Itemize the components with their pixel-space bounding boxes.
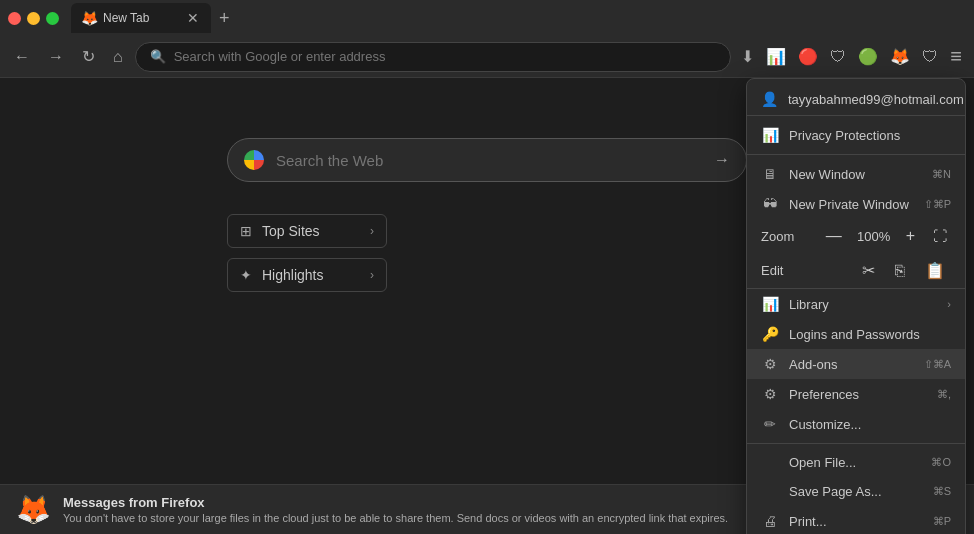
- private-window-icon: 🕶: [761, 196, 779, 212]
- active-tab[interactable]: 🦊 New Tab ✕: [71, 3, 211, 33]
- highlights-icon: ✦: [240, 267, 252, 283]
- edit-label: Edit: [761, 263, 848, 278]
- forward-button[interactable]: →: [42, 44, 70, 70]
- library-arrow-icon: ›: [947, 298, 951, 310]
- sync-icon[interactable]: 🟢: [854, 43, 882, 70]
- notification-description: You don't have to store your large files…: [63, 512, 852, 524]
- addons-label: Add-ons: [789, 357, 914, 372]
- library-menu-icon: 📊: [761, 296, 779, 312]
- addons-shortcut: ⇧⌘A: [924, 358, 951, 371]
- close-window-button[interactable]: [8, 12, 21, 25]
- shield-icon[interactable]: 🛡: [826, 44, 850, 70]
- save-page-label: Save Page As...: [789, 484, 923, 499]
- library-label: Library: [789, 297, 937, 312]
- highlights-label: Highlights: [262, 267, 323, 283]
- menu-new-private-window[interactable]: 🕶 New Private Window ⇧⌘P: [747, 189, 965, 219]
- top-sites-label: Top Sites: [262, 223, 320, 239]
- zoom-label: Zoom: [761, 229, 812, 244]
- tab-title: New Tab: [103, 11, 179, 25]
- notification-title: Messages from Firefox: [63, 495, 852, 510]
- user-account-icon: 👤: [761, 91, 778, 107]
- nav-bar: ← → ↻ ⌂ 🔍 ⬇ 📊 🔴 🛡 🟢 🦊 🛡 ≡: [0, 36, 974, 78]
- menu-zoom-row: Zoom — 100% + ⛶: [747, 219, 965, 253]
- google-search-arrow-icon[interactable]: →: [714, 151, 730, 169]
- pocket-icon[interactable]: 🔴: [794, 43, 822, 70]
- menu-save-page[interactable]: Save Page As... ⌘S: [747, 477, 965, 506]
- back-button[interactable]: ←: [8, 44, 36, 70]
- zoom-value: 100%: [856, 229, 892, 244]
- menu-edit-row: Edit ✂ ⎘ 📋: [747, 253, 965, 289]
- preferences-label: Preferences: [789, 387, 927, 402]
- copy-button[interactable]: ⎘: [889, 260, 911, 282]
- addons-icon: ⚙: [761, 356, 779, 372]
- download-icon[interactable]: ⬇: [737, 43, 758, 70]
- print-icon: 🖨: [761, 513, 779, 529]
- menu-customize[interactable]: ✏ Customize...: [747, 409, 965, 439]
- paste-button[interactable]: 📋: [919, 259, 951, 282]
- new-private-window-shortcut: ⇧⌘P: [924, 198, 951, 211]
- minimize-window-button[interactable]: [27, 12, 40, 25]
- privacy-protections-label: Privacy Protections: [789, 128, 951, 143]
- new-window-shortcut: ⌘N: [932, 168, 951, 181]
- menu-addons[interactable]: ⚙ Add-ons ⇧⌘A: [747, 349, 965, 379]
- notification-firefox-icon: 🦊: [16, 493, 51, 526]
- top-sites-icon: ⊞: [240, 223, 252, 239]
- menu-preferences[interactable]: ⚙ Preferences ⌘,: [747, 379, 965, 409]
- menu-library[interactable]: 📊 Library ›: [747, 289, 965, 319]
- page-sections: ⊞ Top Sites › ✦ Highlights ›: [227, 214, 747, 302]
- security-icon[interactable]: 🛡: [918, 44, 942, 70]
- menu-user-email: tayyabahmed99@hotmail.com: [788, 92, 964, 107]
- menu-new-window[interactable]: 🖥 New Window ⌘N: [747, 159, 965, 189]
- menu-print[interactable]: 🖨 Print... ⌘P: [747, 506, 965, 534]
- menu-open-file[interactable]: Open File... ⌘O: [747, 448, 965, 477]
- customize-icon: ✏: [761, 416, 779, 432]
- zoom-decrease-button[interactable]: —: [820, 225, 848, 247]
- menu-privacy-protections[interactable]: 📊 Privacy Protections: [747, 120, 965, 150]
- google-search-box[interactable]: →: [227, 138, 747, 182]
- print-label: Print...: [789, 514, 923, 529]
- save-page-shortcut: ⌘S: [933, 485, 951, 498]
- app-menu: 👤 tayyabahmed99@hotmail.com › 📊 Privacy …: [746, 78, 966, 534]
- tab-bar: 🦊 New Tab ✕ +: [0, 0, 974, 36]
- google-search-input[interactable]: [276, 152, 702, 169]
- highlights-section[interactable]: ✦ Highlights ›: [227, 258, 387, 292]
- top-sites-arrow-icon: ›: [370, 224, 374, 238]
- menu-divider-1: [747, 154, 965, 155]
- tab-close-button[interactable]: ✕: [185, 11, 201, 25]
- zoom-increase-button[interactable]: +: [900, 225, 921, 247]
- new-tab-button[interactable]: +: [215, 8, 234, 29]
- open-file-shortcut: ⌘O: [931, 456, 951, 469]
- search-icon: 🔍: [150, 49, 166, 64]
- new-private-window-label: New Private Window: [789, 197, 914, 212]
- home-button[interactable]: ⌂: [107, 44, 129, 70]
- library-icon[interactable]: 📊: [762, 43, 790, 70]
- firefox-icon[interactable]: 🦊: [886, 43, 914, 70]
- print-shortcut: ⌘P: [933, 515, 951, 528]
- menu-button[interactable]: ≡: [946, 41, 966, 72]
- menu-logins[interactable]: 🔑 Logins and Passwords: [747, 319, 965, 349]
- toolbar-icons: ⬇ 📊 🔴 🛡 🟢 🦊 🛡 ≡: [737, 41, 966, 72]
- preferences-shortcut: ⌘,: [937, 388, 951, 401]
- privacy-protections-icon: 📊: [761, 127, 779, 143]
- google-logo-icon: [244, 150, 264, 170]
- menu-user-item[interactable]: 👤 tayyabahmed99@hotmail.com ›: [747, 83, 965, 116]
- window-controls: [8, 12, 59, 25]
- reload-button[interactable]: ↻: [76, 43, 101, 70]
- logins-icon: 🔑: [761, 326, 779, 342]
- address-bar[interactable]: 🔍: [135, 42, 732, 72]
- highlights-arrow-icon: ›: [370, 268, 374, 282]
- customize-label: Customize...: [789, 417, 951, 432]
- top-sites-section[interactable]: ⊞ Top Sites ›: [227, 214, 387, 248]
- preferences-icon: ⚙: [761, 386, 779, 402]
- logins-label: Logins and Passwords: [789, 327, 951, 342]
- new-window-label: New Window: [789, 167, 922, 182]
- notification-text-block: Messages from Firefox You don't have to …: [63, 495, 852, 524]
- tab-favicon-icon: 🦊: [81, 10, 97, 26]
- search-input[interactable]: [174, 49, 717, 64]
- maximize-window-button[interactable]: [46, 12, 59, 25]
- zoom-fullscreen-button[interactable]: ⛶: [929, 226, 951, 246]
- menu-divider-2: [747, 443, 965, 444]
- open-file-label: Open File...: [789, 455, 921, 470]
- new-window-icon: 🖥: [761, 166, 779, 182]
- cut-button[interactable]: ✂: [856, 259, 881, 282]
